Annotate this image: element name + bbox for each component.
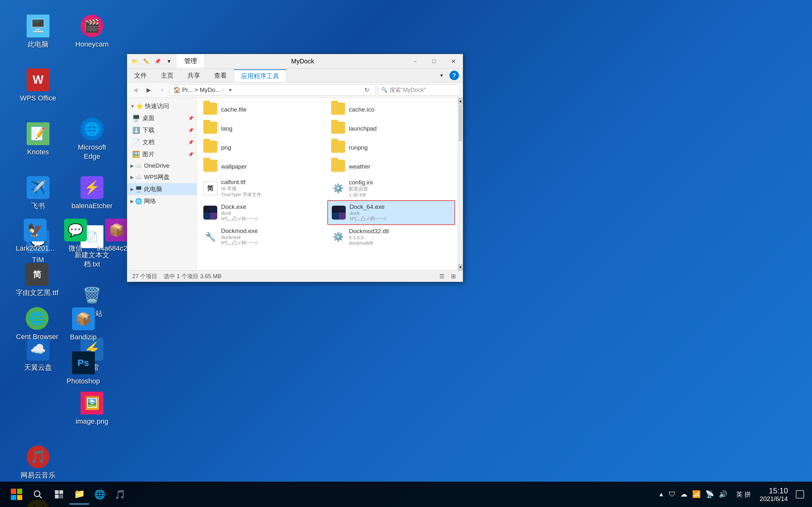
tab-manage[interactable]: 管理: [177, 54, 205, 68]
desktop-icon-bandizip[interactable]: 📦 Bandizip: [63, 304, 103, 345]
ribbon-tabs: 文件 主页 共享 查看 应用程序工具 ▼ ?: [127, 69, 463, 82]
tray-volume-icon[interactable]: 🔊: [719, 490, 727, 498]
tray-wifi-icon[interactable]: 📡: [705, 490, 714, 498]
desktop-icons: 🖥️ 此电脑 🎬 Honeycam W WPS Office 📝 Knotes …: [13, 6, 117, 507]
language-indicator[interactable]: 英 拼: [734, 490, 753, 499]
address-bar: ◀ ▶ ↑ 🏠 Pr... > MyDo... › ▼ ↻ 🔍 搜索"MyDoc…: [127, 82, 463, 98]
file-item-dockmodexe[interactable]: 🔧 Dockmod.exe dockmod Nº乚 凸メ鉤~一☆: [200, 225, 327, 248]
desktop-icon-lark[interactable]: 🦅 Lark20201...: [13, 216, 58, 257]
ribbon-tab-home[interactable]: 主页: [154, 69, 181, 82]
file-item-config[interactable]: ⚙️ config.ini 配置设置 1.30 KB: [327, 176, 455, 200]
title-bar-left: 📁 ✏️ 📌 ▼: [127, 54, 177, 68]
desktop-icon-wps[interactable]: W WPS Office: [13, 60, 63, 111]
svg-point-0: [34, 491, 40, 497]
sidebar-item-desktop[interactable]: 🖥️ 桌面 📌: [127, 112, 197, 124]
ribbon-tab-apptool[interactable]: 应用程序工具: [234, 69, 287, 82]
file-item-cachefile[interactable]: cache.file: [200, 100, 327, 119]
file-item-launchpad[interactable]: launchpad: [327, 119, 455, 138]
notification-icon: [796, 490, 804, 498]
maximize-button[interactable]: □: [425, 54, 444, 68]
file-item-calfont[interactable]: 简 calfont.ttf rili 常规 TrueType 字体文件: [200, 176, 327, 200]
search-icon: [33, 490, 42, 499]
sidebar-item-pictures[interactable]: 🖼️ 图片 📌: [127, 148, 197, 160]
window-controls: － □ ✕: [406, 54, 463, 68]
fileexplorer-icon: 📁: [74, 489, 85, 499]
windows-logo-icon: [11, 489, 22, 500]
svg-rect-5: [59, 495, 63, 498]
desktop-icon-photoshop[interactable]: Ps Photoshop: [63, 348, 103, 389]
ribbon-tab-share[interactable]: 共享: [181, 69, 207, 82]
ribbon-tab-file[interactable]: 文件: [127, 69, 154, 82]
taskbar: 📁 🌐 🎵 ▲ 🛡 ☁ 📶 📡 🔊 英 拼 15:10: [0, 482, 812, 507]
sidebar-network-header[interactable]: ▶ 🌐 网络: [127, 195, 197, 207]
taskview-button[interactable]: [49, 484, 69, 504]
status-bar: 27 个项目 选中 1 个项目 3.65 MB ☰ ⊞: [127, 270, 463, 282]
tray-onedrive-icon[interactable]: ☁: [680, 490, 687, 498]
taskbar-qqmusic-btn[interactable]: 🎵: [110, 484, 130, 504]
search-box[interactable]: 🔍 搜索"MyDock": [378, 84, 460, 96]
scrollbar[interactable]: ▲ ▼: [458, 98, 463, 270]
sidebar-thispc-header[interactable]: ▶ 🖥️ 此电脑: [127, 183, 197, 195]
file-item-runpng[interactable]: runpng: [327, 138, 455, 157]
file-item-wallpaper[interactable]: wallpaper: [200, 157, 327, 176]
file-item-dockmod32dll[interactable]: ⚙️ Dockmod32.dll 5.3.0.0 dockmoddll: [327, 225, 455, 248]
list-view-btn[interactable]: ☰: [438, 272, 446, 281]
desktop-icon-feishu[interactable]: ✈️ 飞书: [13, 168, 63, 219]
desktop-icon-honeycam[interactable]: 🎬 Honeycam: [67, 6, 117, 57]
desktop-icon-wechat[interactable]: 💬 微信: [61, 216, 90, 257]
tray-expand-btn[interactable]: ▲: [658, 491, 664, 498]
desktop-icon-ziyuwen[interactable]: 简 字由文艺黑.ttf: [13, 260, 61, 301]
taskbar-right: ▲ 🛡 ☁ 📶 📡 🔊 英 拼 15:10 2021/6/14: [658, 484, 806, 504]
pin-icon-btn[interactable]: 📌: [153, 56, 163, 66]
title-bar-title: MyDock: [285, 54, 406, 68]
path-dropdown-btn[interactable]: ▼: [224, 84, 236, 96]
sidebar-onedrive-header[interactable]: ▶ ☁️ OneDrive: [127, 160, 197, 171]
taskbar-fileexplorer-btn[interactable]: 📁: [69, 484, 90, 504]
system-tray: ▲ 🛡 ☁ 📶 📡 🔊: [658, 490, 728, 498]
desktop-icon-thispc[interactable]: 🖥️ 此电脑: [13, 6, 63, 57]
sidebar-item-documents[interactable]: 📄 文档 📌: [127, 136, 197, 148]
folder-icon-btn[interactable]: 📁: [130, 56, 140, 66]
desktop-icon-balena[interactable]: ⚡ balenaEtcher: [67, 168, 117, 219]
dropdown-icon-btn[interactable]: ▼: [164, 56, 174, 66]
taskbar-edge-btn[interactable]: 🌐: [90, 484, 110, 504]
file-item-lang[interactable]: lang: [200, 119, 327, 138]
tray-antivirus-icon[interactable]: 🛡: [669, 490, 676, 498]
qqmusic-icon: 🎵: [114, 489, 125, 500]
tray-network-icon[interactable]: 📶: [692, 490, 701, 498]
notification-area-btn[interactable]: [794, 484, 806, 504]
desktop-icon-imagepng[interactable]: 🖼️ image.png: [67, 383, 117, 434]
back-button[interactable]: ◀: [130, 84, 141, 96]
up-button[interactable]: ↑: [156, 84, 168, 96]
taskbar-search-btn[interactable]: [27, 485, 49, 504]
sidebar-quickaccess-header[interactable]: ▼ ⭐ 快速访问: [127, 100, 197, 112]
address-path[interactable]: 🏠 Pr... > MyDo... › ▼ ↻: [170, 84, 376, 96]
desktop-icon-knotes[interactable]: 📝 Knotes: [13, 114, 63, 165]
sidebar-item-downloads[interactable]: ⬇️ 下载 📌: [127, 124, 197, 136]
start-button[interactable]: [6, 484, 27, 504]
file-item-png[interactable]: png: [200, 138, 327, 157]
status-count: 27 个项目 选中 1 个项目 3.65 MB: [132, 273, 221, 280]
ribbon-tab-view[interactable]: 查看: [207, 69, 234, 82]
desktop-icon-centbrowser[interactable]: 🌐 Cent Browser: [13, 304, 61, 345]
taskbar-clock[interactable]: 15:10 2021/6/14: [760, 487, 788, 503]
ribbon-expand-btn[interactable]: ▼: [436, 72, 447, 79]
forward-button[interactable]: ▶: [143, 84, 154, 96]
taskview-icon: [54, 490, 64, 499]
edit-icon-btn[interactable]: ✏️: [141, 56, 151, 66]
desktop-icon-wymusic[interactable]: 🎵 网易云音乐: [13, 437, 63, 488]
ribbon-help-btn[interactable]: ?: [450, 71, 459, 80]
grid-view-btn[interactable]: ⊞: [449, 272, 458, 281]
file-item-cacheico[interactable]: cache.ico: [327, 100, 455, 119]
minimize-button[interactable]: －: [406, 54, 425, 68]
file-item-weather[interactable]: weather: [327, 157, 455, 176]
file-list: cache.file cache.ico: [197, 98, 458, 270]
refresh-button[interactable]: ↻: [361, 84, 372, 96]
sidebar: ▼ ⭐ 快速访问 🖥️ 桌面 📌 ⬇️ 下载 📌 📄 文档 📌: [127, 98, 197, 270]
file-item-dock64exe[interactable]: Dock_64.exe dock Nº乚 凸メ鉤~一☆: [327, 200, 455, 225]
desktop: 🖥️ 此电脑 🎬 Honeycam W WPS Office 📝 Knotes …: [0, 0, 812, 507]
file-item-dockexe[interactable]: Dock.exe dock Nº乚 凸メ鉤~一☆: [200, 200, 327, 225]
sidebar-wpsdisk-header[interactable]: ▶ ☁️ WPS网盘: [127, 171, 197, 183]
desktop-icon-edge[interactable]: 🌐 Microsoft Edge: [67, 114, 117, 165]
close-button[interactable]: ✕: [444, 54, 463, 68]
